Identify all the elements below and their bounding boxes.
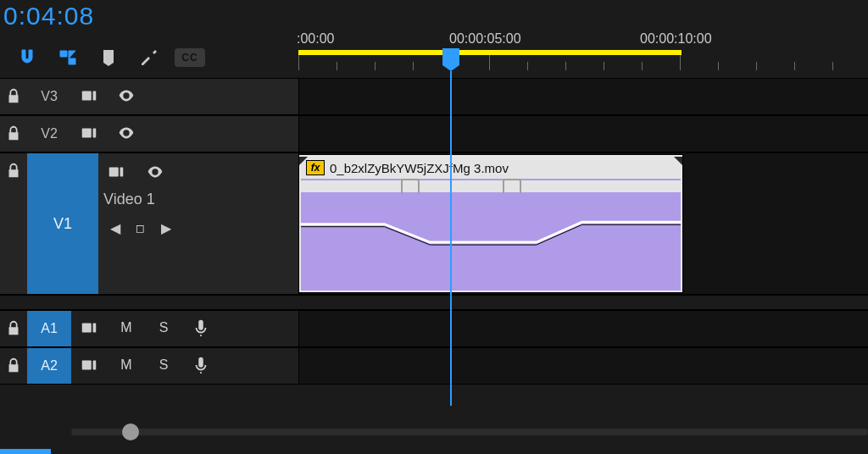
prev-keyframe-button[interactable]: ◀ — [110, 220, 120, 236]
svg-rect-5 — [120, 168, 124, 177]
track-lane[interactable] — [298, 311, 868, 346]
captions-button[interactable]: CC — [170, 37, 210, 78]
sync-lock-icon[interactable] — [98, 157, 134, 187]
track-lane[interactable] — [298, 116, 868, 152]
keyframe-nav: ◀ ◇ ▶ — [110, 220, 298, 236]
ruler-ticks — [298, 55, 868, 74]
track-lane[interactable] — [298, 348, 868, 384]
track-lane[interactable] — [298, 79, 868, 114]
sync-lock-icon[interactable] — [71, 80, 107, 111]
sync-lock-icon[interactable] — [71, 313, 107, 343]
ruler-label: :00:00 — [297, 31, 334, 47]
solo-button[interactable]: S — [146, 313, 181, 343]
track-label[interactable]: V2 — [27, 116, 71, 152]
svg-rect-2 — [82, 129, 92, 138]
ruler-label: 00:00:05:00 — [449, 31, 521, 47]
clip-marker[interactable] — [503, 179, 521, 196]
timeline-topbar: 0:04:08 CC :00:00 00:00:05:00 00:00:10:0… — [0, 0, 868, 78]
lock-toggle[interactable] — [0, 153, 27, 294]
voiceover-record-button[interactable] — [183, 350, 219, 380]
svg-rect-6 — [82, 324, 92, 333]
playhead[interactable] — [442, 48, 459, 65]
video-clip[interactable]: fx 0_b2xlZyBkYW5jZXJfMg 3.mov — [299, 155, 682, 292]
snap-toggle[interactable] — [7, 37, 47, 78]
hscroll-track[interactable] — [71, 429, 868, 435]
hscroll-thumb-left[interactable] — [122, 424, 139, 440]
next-keyframe-button[interactable]: ▶ — [161, 220, 171, 236]
svg-rect-1 — [93, 91, 97, 101]
clip-keyframe-band[interactable] — [301, 180, 681, 192]
lock-toggle[interactable] — [0, 116, 27, 152]
svg-rect-3 — [93, 129, 97, 138]
timeline-hscroll[interactable] — [0, 425, 868, 442]
mute-button[interactable]: M — [108, 313, 144, 343]
track-v2: V2 — [0, 115, 868, 152]
bottom-accent — [0, 449, 51, 454]
track-label[interactable]: A2 — [27, 348, 71, 384]
toggle-track-output[interactable] — [108, 80, 144, 111]
current-timecode[interactable]: 0:04:08 — [0, 0, 97, 32]
fx-badge[interactable]: fx — [306, 160, 325, 175]
track-label[interactable]: V3 — [27, 79, 71, 114]
time-ruler[interactable]: :00:00 00:00:05:00 00:00:10:00 — [298, 31, 868, 78]
mute-button[interactable]: M — [108, 350, 144, 380]
lock-toggle[interactable] — [0, 79, 27, 114]
voiceover-record-button[interactable] — [183, 313, 219, 343]
sync-lock-icon[interactable] — [71, 350, 107, 380]
marker-add-button[interactable] — [88, 37, 129, 78]
track-a2: A2 M S — [0, 347, 868, 385]
toggle-track-output[interactable] — [108, 118, 144, 148]
ruler-label: 00:00:10:00 — [640, 31, 712, 47]
clip-titlebar: fx 0_b2xlZyBkYW5jZXJfMg 3.mov — [301, 157, 681, 179]
svg-rect-0 — [82, 91, 92, 101]
lock-toggle[interactable] — [0, 311, 27, 346]
clip-filename: 0_b2xlZyBkYW5jZXJfMg 3.mov — [330, 161, 509, 175]
track-v3: V3 — [0, 78, 868, 115]
playhead-line — [450, 71, 452, 406]
track-a1: A1 M S — [0, 310, 868, 347]
track-lane[interactable]: fx 0_b2xlZyBkYW5jZXJfMg 3.mov — [298, 153, 868, 294]
clip-marker[interactable] — [401, 179, 420, 196]
svg-rect-9 — [93, 361, 97, 370]
track-v1: V1 Video 1 ◀ ◇ ▶ fx 0_b2xlZyBkYW5jZXJfMg… — [0, 152, 868, 295]
sync-lock-icon[interactable] — [71, 118, 107, 148]
svg-rect-8 — [82, 361, 92, 370]
tracks-panel: V3 V2 V1 Video 1 ◀ — [0, 78, 868, 413]
lock-toggle[interactable] — [0, 348, 27, 384]
timeline-settings-button[interactable] — [129, 37, 170, 78]
track-label[interactable]: A1 — [27, 311, 71, 346]
cc-icon: CC — [175, 48, 205, 67]
add-keyframe-button[interactable]: ◇ — [131, 219, 150, 238]
track-title: Video 1 — [103, 191, 298, 208]
solo-button[interactable]: S — [146, 350, 181, 380]
svg-rect-4 — [109, 168, 119, 177]
svg-rect-7 — [93, 324, 97, 333]
toggle-track-output[interactable] — [137, 157, 173, 187]
clip-body[interactable] — [301, 194, 681, 291]
track-label[interactable]: V1 — [27, 153, 98, 294]
linked-selection-toggle[interactable] — [47, 37, 88, 78]
av-divider[interactable] — [0, 295, 868, 310]
